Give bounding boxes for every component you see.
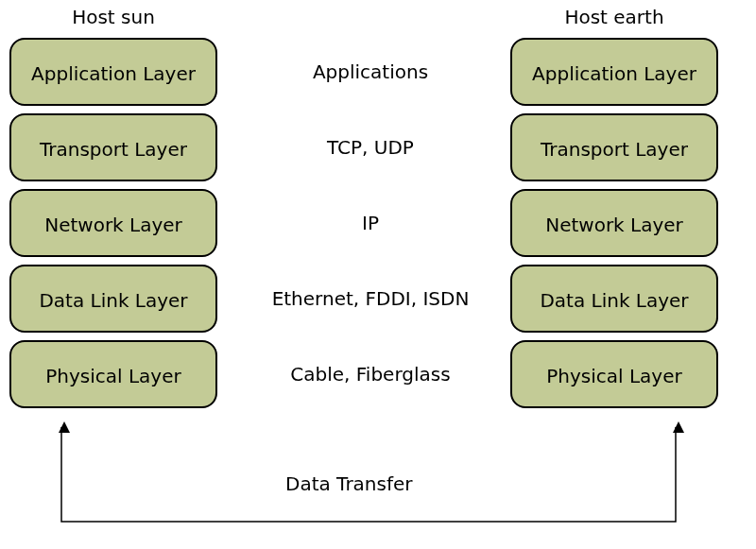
diagram-canvas: Host sun Host earth Application Layer Tr… xyxy=(0,0,756,549)
data-transfer-arrow xyxy=(0,0,756,549)
